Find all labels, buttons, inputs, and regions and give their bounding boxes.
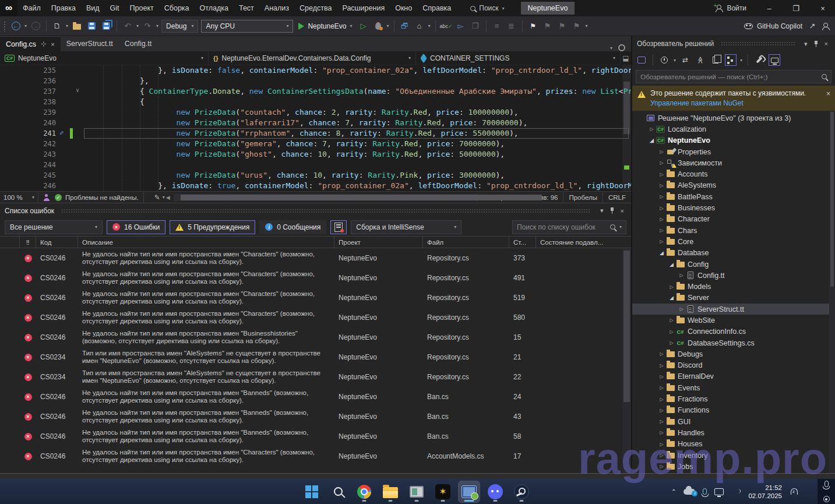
tree-item-config-tt[interactable]: ▷Config.tt	[632, 270, 835, 281]
error-code[interactable]: CS0234	[36, 353, 78, 361]
gear-icon[interactable]	[618, 44, 625, 51]
more-options-dropdown[interactable]: ▾	[428, 23, 431, 29]
preview-selected-items-button[interactable]	[769, 54, 780, 66]
previous-bookmark-button[interactable]: ⚑	[542, 20, 554, 32]
tree-item-serverstruct-tt[interactable]: ▷ServerStruct.tt	[632, 304, 835, 315]
code-line[interactable]: 243 new PrizeData("ghost", chance: 10, r…	[0, 149, 631, 160]
error-file[interactable]: Repository.cs	[423, 353, 509, 361]
column-severity[interactable]: ‼	[20, 237, 36, 248]
error-description[interactable]: Не удалось найти тип или имя пространств…	[78, 389, 334, 405]
error-description[interactable]: Не удалось найти тип или имя пространств…	[78, 310, 334, 326]
error-file[interactable]: Ban.cs	[423, 393, 509, 401]
window-position-dropdown[interactable]: ▾	[598, 207, 606, 214]
column-line[interactable]: Ст...	[509, 237, 536, 248]
collapsed-arrow-icon[interactable]: ▷	[658, 385, 665, 390]
error-description[interactable]: Не удалось найти тип или имя пространств…	[78, 449, 334, 464]
filter-dropdown[interactable]: ▾	[674, 58, 676, 63]
error-list-scrollbar[interactable]	[622, 248, 631, 473]
error-row[interactable]: ×CS0234Тип или имя пространства имен "Al…	[0, 347, 631, 367]
tree-item-database[interactable]: ◢Database	[632, 248, 835, 259]
collapsed-arrow-icon[interactable]: ▷	[678, 306, 685, 312]
expanded-arrow-icon[interactable]: ◢	[668, 295, 675, 301]
undo-button[interactable]: ↶	[122, 20, 133, 32]
tree-item-accounts[interactable]: ▷Accounts	[632, 168, 835, 179]
error-line[interactable]: 58	[509, 432, 536, 440]
taskbar-app-start[interactable]	[301, 481, 322, 502]
error-file[interactable]: Repository.cs	[423, 313, 509, 322]
properties-button[interactable]	[753, 54, 765, 66]
column-project[interactable]: Проект	[334, 237, 423, 248]
menu-item-окно[interactable]: Окно	[390, 1, 417, 15]
menu-item-сборка[interactable]: Сборка	[159, 1, 195, 15]
navigate-back-dropdown[interactable]: ▾	[24, 23, 27, 29]
overlay-microphone-icon[interactable]	[825, 481, 829, 487]
editor-horizontal-scrollbar[interactable]	[174, 194, 479, 201]
collapsed-arrow-icon[interactable]: ▷	[668, 340, 675, 346]
error-description[interactable]: Тип или имя пространства имен "AleSystem…	[78, 350, 334, 365]
collapsed-arrow-icon[interactable]: ▷	[658, 160, 665, 165]
pin-tab-icon[interactable]: ⊹	[41, 40, 46, 48]
pending-changes-filter-button[interactable]	[658, 54, 670, 66]
error-file[interactable]: Ban.cs	[423, 432, 509, 440]
tree-item-character[interactable]: ▷Character	[632, 214, 835, 225]
code-line[interactable]: 241✎ new PrizeData("rrphantom", chance: …	[0, 128, 631, 139]
collapsed-arrow-icon[interactable]: ▷	[658, 408, 665, 413]
copy-structure-button[interactable]: ❐	[470, 20, 481, 32]
code-line[interactable]: 240 new PrizeData("laferrari17", chance:…	[0, 118, 631, 128]
zoom-level-dropdown[interactable]: 100 % ▾	[0, 192, 38, 203]
error-file[interactable]: AccountModels.cs	[423, 452, 509, 460]
error-description[interactable]: Не удалось найти тип или имя пространств…	[78, 251, 334, 266]
onedrive-icon[interactable]	[683, 489, 695, 495]
error-line[interactable]: 519	[509, 294, 536, 302]
taskbar-app-steam[interactable]	[511, 481, 532, 502]
error-row[interactable]: ×CS0246Не удалось найти тип или имя прос…	[0, 308, 631, 327]
microphone-tray-icon[interactable]	[703, 488, 707, 495]
menu-item-тест[interactable]: Тест	[234, 1, 259, 15]
scope-filter-dropdown[interactable]: Все решение ▾	[5, 220, 103, 234]
error-project[interactable]: NeptuneEvo	[334, 333, 423, 341]
status-spaces-mode[interactable]: Пробелы	[563, 192, 603, 203]
code-line[interactable]: 237∨ { ContainerType.Donate, new Contain…	[0, 86, 631, 97]
navigate-back-button[interactable]: ←	[10, 20, 22, 32]
error-row[interactable]: ×CS0246Не удалось найти тип или имя прос…	[0, 288, 631, 308]
open-file-button[interactable]	[71, 20, 83, 32]
breadcrumb-member[interactable]: CONTAINER_SETTINGS ▾	[416, 51, 620, 65]
error-file[interactable]: Repository.cs	[423, 274, 509, 282]
collapsed-arrow-icon[interactable]: ▷	[658, 194, 665, 199]
tree-item-neptuneevo[interactable]: ◢C#NeptuneEvo	[632, 135, 835, 146]
solution-platform-dropdown[interactable]: Any CPU ▾	[201, 20, 293, 33]
save-button[interactable]	[86, 20, 97, 32]
error-code[interactable]: CS0246	[36, 452, 78, 460]
error-code[interactable]: CS0234	[36, 373, 78, 381]
pin-icon[interactable]	[611, 207, 614, 214]
tab-list-dropdown[interactable]: ▾	[610, 45, 612, 51]
collapsed-arrow-icon[interactable]: ▷	[658, 351, 665, 357]
warnings-filter-button[interactable]: 5 Предупреждения	[170, 220, 255, 234]
tree-item-functions[interactable]: ▷Functions	[632, 405, 835, 416]
error-row[interactable]: ×CS0234Тип или имя пространства имен "Al…	[0, 367, 631, 387]
error-file[interactable]: Repository.cs	[423, 333, 509, 341]
tree-item-battlepass[interactable]: ▷BattlePass	[632, 191, 835, 202]
tree-item-chars[interactable]: ▷Chars	[632, 225, 835, 236]
error-description[interactable]: Не удалось найти тип или имя пространств…	[78, 409, 334, 425]
menu-item-анализ[interactable]: Анализ	[259, 1, 294, 15]
error-description[interactable]: Не удалось найти тип или имя пространств…	[78, 270, 334, 286]
error-file[interactable]: Repository.cs	[423, 373, 509, 381]
navigate-home-button[interactable]: ⌂	[414, 20, 425, 32]
error-description[interactable]: Не удалось найти тип или имя пространств…	[78, 330, 334, 346]
decrease-indent-button[interactable]: ≡	[491, 20, 503, 32]
collapsed-arrow-icon[interactable]: ▷	[658, 183, 665, 188]
show-all-files-dropdown[interactable]: ▾	[740, 58, 742, 63]
collapsed-arrow-icon[interactable]: ▷	[658, 397, 665, 402]
build-intellisense-dropdown[interactable]: Сборка и IntelliSense ▾	[351, 220, 461, 234]
tree-item-discord[interactable]: ▷Discord	[632, 360, 835, 371]
messages-filter-button[interactable]: i 0 Сообщения	[259, 220, 326, 234]
hot-reload-button[interactable]	[372, 20, 384, 32]
error-description[interactable]: Не удалось найти тип или имя пространств…	[78, 290, 334, 306]
collapsed-arrow-icon[interactable]: ▷	[658, 363, 665, 368]
tree-item-alesystems[interactable]: ▷AleSystems	[632, 180, 835, 191]
tree-item-linqtodb-templates[interactable]: ▷LinqToDB Templates	[632, 473, 835, 474]
menu-item-средства[interactable]: Средства	[294, 1, 337, 15]
column-description[interactable]: Описание	[78, 237, 334, 248]
redo-button[interactable]: ↷	[142, 20, 153, 32]
